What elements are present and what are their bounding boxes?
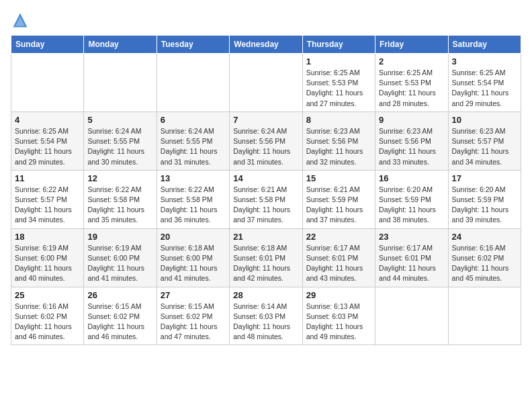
day-info: Sunrise: 6:17 AM Sunset: 6:01 PM Dayligh… [379, 243, 444, 284]
logo [11, 11, 32, 30]
day-info: Sunrise: 6:22 AM Sunset: 5:58 PM Dayligh… [87, 185, 152, 226]
day-number: 9 [379, 115, 444, 125]
day-number: 23 [379, 232, 444, 242]
day-info: Sunrise: 6:15 AM Sunset: 6:02 PM Dayligh… [87, 302, 152, 342]
calendar-cell: 18Sunrise: 6:19 AM Sunset: 6:00 PM Dayli… [11, 228, 84, 287]
day-number: 28 [233, 290, 298, 300]
day-number: 3 [452, 56, 517, 66]
day-number: 26 [87, 290, 152, 300]
calendar-cell: 5Sunrise: 6:24 AM Sunset: 5:55 PM Daylig… [84, 111, 157, 170]
day-info: Sunrise: 6:14 AM Sunset: 6:03 PM Dayligh… [233, 302, 298, 342]
calendar-week-row: 1Sunrise: 6:25 AM Sunset: 5:53 PM Daylig… [11, 54, 521, 112]
calendar-cell: 19Sunrise: 6:19 AM Sunset: 6:00 PM Dayli… [84, 228, 157, 287]
day-info: Sunrise: 6:25 AM Sunset: 5:54 PM Dayligh… [452, 68, 517, 109]
day-number: 18 [15, 232, 80, 242]
day-number: 15 [306, 173, 371, 183]
calendar-cell: 12Sunrise: 6:22 AM Sunset: 5:58 PM Dayli… [84, 170, 157, 228]
day-number: 11 [15, 173, 80, 183]
column-header-saturday: Saturday [448, 36, 521, 54]
column-header-thursday: Thursday [302, 36, 375, 54]
day-number: 20 [161, 232, 226, 242]
day-number: 24 [452, 232, 517, 242]
calendar-cell: 6Sunrise: 6:24 AM Sunset: 5:55 PM Daylig… [157, 111, 229, 170]
calendar-cell [157, 54, 229, 112]
day-info: Sunrise: 6:22 AM Sunset: 5:58 PM Dayligh… [161, 185, 226, 226]
calendar-cell: 9Sunrise: 6:23 AM Sunset: 5:56 PM Daylig… [375, 111, 448, 170]
calendar-header-row: SundayMondayTuesdayWednesdayThursdayFrid… [11, 36, 521, 54]
calendar-cell: 15Sunrise: 6:21 AM Sunset: 5:59 PM Dayli… [302, 170, 375, 228]
day-info: Sunrise: 6:24 AM Sunset: 5:56 PM Dayligh… [233, 126, 298, 167]
calendar-cell: 28Sunrise: 6:14 AM Sunset: 6:03 PM Dayli… [230, 287, 302, 345]
day-number: 6 [161, 115, 226, 125]
day-number: 16 [379, 173, 444, 183]
day-info: Sunrise: 6:23 AM Sunset: 5:56 PM Dayligh… [379, 126, 444, 167]
day-number: 7 [233, 115, 298, 125]
calendar-cell: 25Sunrise: 6:16 AM Sunset: 6:02 PM Dayli… [11, 287, 84, 345]
calendar-week-row: 4Sunrise: 6:25 AM Sunset: 5:54 PM Daylig… [11, 111, 521, 170]
calendar-cell: 24Sunrise: 6:16 AM Sunset: 6:02 PM Dayli… [448, 228, 521, 287]
day-number: 29 [306, 290, 371, 300]
day-info: Sunrise: 6:18 AM Sunset: 6:01 PM Dayligh… [233, 243, 298, 284]
day-number: 22 [306, 232, 371, 242]
day-info: Sunrise: 6:21 AM Sunset: 5:58 PM Dayligh… [233, 185, 298, 226]
day-info: Sunrise: 6:16 AM Sunset: 6:02 PM Dayligh… [15, 302, 80, 342]
day-info: Sunrise: 6:25 AM Sunset: 5:53 PM Dayligh… [379, 68, 444, 109]
calendar-cell: 11Sunrise: 6:22 AM Sunset: 5:57 PM Dayli… [11, 170, 84, 228]
column-header-sunday: Sunday [11, 36, 84, 54]
calendar-cell: 16Sunrise: 6:20 AM Sunset: 5:59 PM Dayli… [375, 170, 448, 228]
day-info: Sunrise: 6:24 AM Sunset: 5:55 PM Dayligh… [161, 126, 226, 167]
day-info: Sunrise: 6:19 AM Sunset: 6:00 PM Dayligh… [87, 243, 152, 284]
day-info: Sunrise: 6:25 AM Sunset: 5:53 PM Dayligh… [306, 68, 371, 109]
calendar-cell: 29Sunrise: 6:13 AM Sunset: 6:03 PM Dayli… [302, 287, 375, 345]
calendar-cell: 13Sunrise: 6:22 AM Sunset: 5:58 PM Dayli… [157, 170, 229, 228]
day-info: Sunrise: 6:22 AM Sunset: 5:57 PM Dayligh… [15, 185, 80, 226]
day-info: Sunrise: 6:23 AM Sunset: 5:56 PM Dayligh… [306, 126, 371, 167]
calendar-cell: 23Sunrise: 6:17 AM Sunset: 6:01 PM Dayli… [375, 228, 448, 287]
day-info: Sunrise: 6:20 AM Sunset: 5:59 PM Dayligh… [379, 185, 444, 226]
calendar-cell: 22Sunrise: 6:17 AM Sunset: 6:01 PM Dayli… [302, 228, 375, 287]
calendar-cell: 14Sunrise: 6:21 AM Sunset: 5:58 PM Dayli… [230, 170, 302, 228]
day-number: 17 [452, 173, 517, 183]
calendar-cell: 2Sunrise: 6:25 AM Sunset: 5:53 PM Daylig… [375, 54, 448, 112]
calendar-cell [11, 54, 84, 112]
day-number: 21 [233, 232, 298, 242]
day-number: 4 [15, 115, 80, 125]
calendar-cell [230, 54, 302, 112]
calendar-cell: 10Sunrise: 6:23 AM Sunset: 5:57 PM Dayli… [448, 111, 521, 170]
calendar-cell: 1Sunrise: 6:25 AM Sunset: 5:53 PM Daylig… [302, 54, 375, 112]
calendar-cell: 20Sunrise: 6:18 AM Sunset: 6:00 PM Dayli… [157, 228, 229, 287]
day-info: Sunrise: 6:24 AM Sunset: 5:55 PM Dayligh… [87, 126, 152, 167]
column-header-friday: Friday [375, 36, 448, 54]
day-info: Sunrise: 6:17 AM Sunset: 6:01 PM Dayligh… [306, 243, 371, 284]
day-number: 5 [87, 115, 152, 125]
calendar-week-row: 18Sunrise: 6:19 AM Sunset: 6:00 PM Dayli… [11, 228, 521, 287]
day-number: 8 [306, 115, 371, 125]
day-number: 27 [161, 290, 226, 300]
day-number: 14 [233, 173, 298, 183]
calendar-cell [448, 287, 521, 345]
day-number: 13 [161, 173, 226, 183]
page-header [11, 11, 521, 30]
day-info: Sunrise: 6:25 AM Sunset: 5:54 PM Dayligh… [15, 126, 80, 167]
day-info: Sunrise: 6:20 AM Sunset: 5:59 PM Dayligh… [452, 185, 517, 226]
calendar-cell [375, 287, 448, 345]
column-header-wednesday: Wednesday [230, 36, 302, 54]
day-info: Sunrise: 6:21 AM Sunset: 5:59 PM Dayligh… [306, 185, 371, 226]
day-info: Sunrise: 6:15 AM Sunset: 6:02 PM Dayligh… [161, 302, 226, 342]
day-number: 12 [87, 173, 152, 183]
calendar-cell: 26Sunrise: 6:15 AM Sunset: 6:02 PM Dayli… [84, 287, 157, 345]
calendar-table: SundayMondayTuesdayWednesdayThursdayFrid… [11, 35, 521, 345]
day-info: Sunrise: 6:16 AM Sunset: 6:02 PM Dayligh… [452, 243, 517, 284]
calendar-week-row: 11Sunrise: 6:22 AM Sunset: 5:57 PM Dayli… [11, 170, 521, 228]
day-number: 2 [379, 56, 444, 66]
calendar-cell: 21Sunrise: 6:18 AM Sunset: 6:01 PM Dayli… [230, 228, 302, 287]
column-header-tuesday: Tuesday [157, 36, 229, 54]
column-header-monday: Monday [84, 36, 157, 54]
day-number: 10 [452, 115, 517, 125]
day-info: Sunrise: 6:23 AM Sunset: 5:57 PM Dayligh… [452, 126, 517, 167]
calendar-cell: 4Sunrise: 6:25 AM Sunset: 5:54 PM Daylig… [11, 111, 84, 170]
calendar-cell: 7Sunrise: 6:24 AM Sunset: 5:56 PM Daylig… [230, 111, 302, 170]
calendar-cell: 8Sunrise: 6:23 AM Sunset: 5:56 PM Daylig… [302, 111, 375, 170]
calendar-week-row: 25Sunrise: 6:16 AM Sunset: 6:02 PM Dayli… [11, 287, 521, 345]
calendar-cell: 3Sunrise: 6:25 AM Sunset: 5:54 PM Daylig… [448, 54, 521, 112]
